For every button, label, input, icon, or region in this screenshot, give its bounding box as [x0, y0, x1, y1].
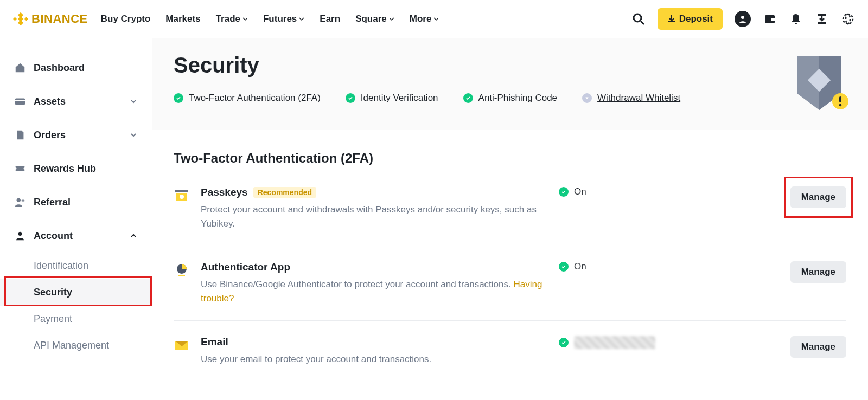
security-status-row: Two-Factor Authentication (2FA) Identity…	[174, 93, 776, 104]
nav-trade[interactable]: Trade	[216, 14, 248, 24]
check-circle-icon	[559, 187, 569, 197]
status-antiphish: Anti-Phishing Code	[463, 93, 558, 104]
deposit-label: Deposit	[679, 14, 713, 24]
svg-rect-6	[818, 22, 826, 24]
status-2fa: Two-Factor Authentication (2FA)	[174, 93, 321, 104]
svg-rect-4	[771, 18, 775, 21]
page-title: Security	[174, 53, 776, 78]
screenshot-highlight: Manage	[790, 186, 846, 208]
page-layout: Dashboard Assets Orders Rewards Hub Refe…	[0, 38, 868, 400]
sidebar-item-label: Orders	[34, 130, 122, 141]
main-content: Security Two-Factor Authentication (2FA)…	[152, 38, 868, 400]
svg-point-12	[15, 167, 17, 170]
section-title: Two-Factor Authentication (2FA)	[174, 151, 846, 166]
svg-point-15	[18, 232, 22, 236]
svg-rect-10	[15, 100, 25, 101]
sidebar-item-label: Assets	[34, 96, 122, 107]
nav-square[interactable]: Square	[355, 14, 394, 24]
manage-email-button[interactable]: Manage	[790, 336, 846, 358]
svg-point-0	[634, 14, 641, 22]
referral-icon	[14, 196, 26, 208]
nav-right: Deposit	[631, 8, 855, 30]
sidebar-sub-api-management[interactable]: API Management	[0, 332, 152, 359]
svg-point-8	[846, 14, 850, 24]
download-square-icon	[815, 12, 828, 25]
tfa-section: Two-Factor Authentication (2FA) Passkeys…	[152, 151, 868, 382]
check-circle-icon	[559, 262, 569, 272]
status-withdrawal-whitelist[interactable]: Withdrawal Whitelist	[582, 93, 680, 104]
brand-logo[interactable]: BINANCE	[13, 11, 88, 27]
sidebar-item-dashboard[interactable]: Dashboard	[0, 51, 152, 85]
email-icon	[174, 337, 190, 353]
downloads-button[interactable]	[815, 12, 829, 26]
manage-passkeys-button[interactable]: Manage	[790, 186, 846, 208]
chevron-down-icon	[299, 16, 304, 22]
nav-more-label: More	[410, 14, 432, 24]
sidebar-item-rewards-hub[interactable]: Rewards Hub	[0, 152, 152, 185]
svg-point-14	[17, 198, 21, 202]
security-header: Security Two-Factor Authentication (2FA)…	[152, 38, 868, 130]
svg-point-2	[741, 16, 744, 19]
tfa-row-authenticator: Authenticator App Use Binance/Google Aut…	[174, 246, 846, 321]
authenticator-icon	[174, 262, 190, 279]
deposit-button[interactable]: Deposit	[658, 8, 723, 30]
nav-earn[interactable]: Earn	[320, 14, 340, 24]
language-button[interactable]	[841, 12, 855, 26]
binance-logo-icon	[13, 11, 28, 27]
tfa-item-desc: Use your email to protect your account a…	[201, 352, 548, 366]
chevron-down-icon	[389, 16, 394, 22]
nav-futures[interactable]: Futures	[263, 14, 304, 24]
nav-markets[interactable]: Markets	[165, 14, 200, 24]
chevron-down-icon	[433, 16, 439, 22]
status-identity: Identity Verification	[346, 93, 438, 104]
search-icon	[632, 12, 645, 25]
warning-badge-icon	[832, 93, 848, 109]
ticket-icon	[14, 163, 26, 175]
sidebar-sub-identification[interactable]: Identification	[0, 253, 152, 279]
sidebar: Dashboard Assets Orders Rewards Hub Refe…	[0, 38, 152, 400]
svg-point-13	[23, 167, 25, 170]
status-label: Two-Factor Authentication (2FA)	[189, 93, 321, 104]
security-shield-badge	[792, 53, 846, 113]
nav-buy-crypto[interactable]: Buy Crypto	[101, 14, 151, 24]
status-link[interactable]: Withdrawal Whitelist	[597, 93, 680, 104]
svg-rect-20	[175, 190, 188, 192]
tfa-status: On	[559, 261, 673, 272]
nav-more[interactable]: More	[410, 14, 439, 24]
sidebar-item-orders[interactable]: Orders	[0, 118, 152, 152]
passkey-icon	[174, 188, 190, 204]
primary-nav: Buy Crypto Markets Trade Futures Earn Sq…	[101, 14, 439, 24]
recommended-badge: Recommended	[253, 187, 316, 198]
tfa-status: On	[559, 186, 673, 197]
sidebar-item-referral[interactable]: Referral	[0, 185, 152, 219]
sidebar-item-account[interactable]: Account	[0, 219, 152, 253]
svg-point-22	[180, 195, 184, 199]
nav-futures-label: Futures	[263, 14, 297, 24]
status-label: Anti-Phishing Code	[478, 93, 558, 104]
search-button[interactable]	[631, 12, 646, 26]
tfa-status-label: On	[574, 261, 586, 272]
document-icon	[14, 129, 26, 141]
svg-rect-18	[839, 96, 841, 102]
bell-icon	[789, 12, 802, 25]
user-icon	[738, 14, 748, 24]
sidebar-sub-security[interactable]: Security	[0, 279, 152, 306]
notifications-button[interactable]	[789, 12, 803, 26]
manage-authenticator-button[interactable]: Manage	[790, 261, 846, 283]
tfa-item-desc: Protect your account and withdrawals wit…	[201, 203, 548, 230]
sidebar-item-assets[interactable]: Assets	[0, 85, 152, 118]
x-circle-icon	[582, 93, 592, 103]
tfa-item-name: Authenticator App	[201, 261, 290, 273]
wallet-button[interactable]	[763, 12, 777, 26]
sidebar-item-label: Dashboard	[34, 62, 138, 74]
svg-rect-9	[15, 99, 25, 105]
redacted-email	[574, 336, 655, 349]
tfa-row-email: Email Use your email to protect your acc…	[174, 321, 846, 382]
sidebar-sub-payment[interactable]: Payment	[0, 306, 152, 332]
brand-name: BINANCE	[31, 12, 88, 26]
globe-icon	[841, 12, 854, 25]
top-nav: BINANCE Buy Crypto Markets Trade Futures…	[0, 0, 868, 38]
chevron-down-icon	[129, 97, 138, 106]
account-menu[interactable]	[735, 11, 751, 27]
tfa-item-name: Email	[201, 336, 228, 348]
